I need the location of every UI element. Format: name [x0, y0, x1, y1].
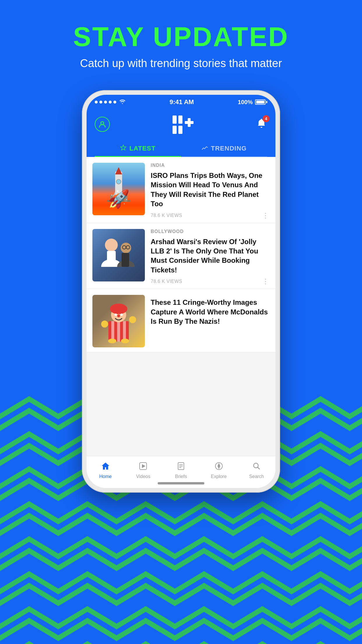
- article-icon: [177, 462, 185, 472]
- tab-row: LATEST TRENDING: [95, 140, 267, 157]
- more-menu-1[interactable]: ⋮: [262, 214, 270, 217]
- svg-marker-50: [218, 464, 220, 466]
- nav-label-search: Search: [249, 474, 264, 479]
- svg-rect-5: [173, 116, 177, 124]
- svg-point-16: [116, 179, 121, 184]
- nav-item-briefs[interactable]: Briefs: [162, 456, 200, 485]
- star-icon: [120, 144, 126, 152]
- tab-latest-label: LATEST: [129, 145, 156, 152]
- svg-point-52: [254, 463, 258, 468]
- svg-rect-7: [178, 116, 182, 124]
- app-header: 4 LATEST: [87, 109, 275, 157]
- svg-rect-6: [173, 126, 177, 134]
- svg-point-38: [108, 339, 116, 343]
- svg-rect-32: [123, 321, 126, 342]
- tab-trending-label: TRENDING: [211, 145, 247, 152]
- tab-latest[interactable]: LATEST: [95, 140, 181, 156]
- news-content-2: BOLLYWOOD Arshad Warsi's Review Of 'Joll…: [151, 229, 270, 284]
- tab-trending[interactable]: TRENDING: [181, 140, 267, 156]
- battery-tip: [266, 101, 267, 103]
- news-item-3[interactable]: These 11 Cringe-Worthy Images Capture A …: [87, 289, 275, 352]
- nav-item-videos[interactable]: Videos: [124, 456, 162, 485]
- phone-outer: 9:41 AM 100%: [82, 90, 280, 493]
- search-icon: [252, 462, 261, 472]
- svg-rect-20: [110, 195, 113, 202]
- trending-icon: [202, 145, 208, 152]
- svg-marker-15: [122, 192, 126, 198]
- more-menu-2[interactable]: ⋮: [262, 280, 270, 283]
- news-feed: INDIA ISRO Plans Trips Both Ways, One Mi…: [87, 157, 275, 486]
- news-thumb-1: [92, 163, 145, 215]
- svg-marker-13: [115, 167, 122, 174]
- news-title-1: ISRO Plans Trips Both Ways, One Mission …: [151, 171, 270, 209]
- news-title-3: These 11 Cringe-Worthy Images Capture A …: [151, 298, 270, 343]
- play-icon: [139, 462, 147, 472]
- svg-point-22: [105, 239, 118, 251]
- signal-dot-4: [109, 101, 112, 104]
- svg-rect-25: [122, 253, 129, 267]
- signal-area: [95, 99, 126, 106]
- news-footer-1: 78.6 K VIEWS ⋮: [151, 213, 270, 218]
- signal-dot-2: [99, 101, 102, 104]
- svg-rect-30: [111, 321, 114, 342]
- nav-item-search[interactable]: Search: [238, 456, 275, 485]
- main-title: STAY UPDATED: [0, 23, 362, 50]
- svg-marker-11: [121, 145, 126, 150]
- svg-marker-51: [218, 466, 220, 468]
- svg-marker-43: [142, 465, 145, 468]
- svg-rect-19: [107, 200, 130, 202]
- battery-body: [255, 99, 266, 105]
- nav-item-explore[interactable]: Explore: [200, 456, 238, 485]
- svg-point-41: [129, 316, 136, 323]
- wifi-icon: [119, 99, 126, 106]
- svg-point-17: [116, 193, 122, 205]
- nav-label-explore: Explore: [211, 474, 226, 479]
- top-section: STAY UPDATED Catch up with trending stor…: [0, 0, 362, 81]
- svg-rect-23: [107, 251, 116, 267]
- svg-rect-10: [188, 118, 191, 127]
- news-views-2: 78.6 K VIEWS: [151, 279, 182, 284]
- svg-point-4: [101, 122, 104, 125]
- phone-screen: 9:41 AM 100%: [87, 95, 275, 488]
- svg-point-37: [117, 314, 120, 317]
- news-title-2: Arshad Warsi's Review Of 'Jolly LLB 2' I…: [151, 237, 270, 275]
- battery-fill: [256, 101, 264, 104]
- app-logo: [170, 114, 196, 134]
- rocket-thumbnail: [92, 163, 145, 215]
- battery-icon: [255, 99, 267, 105]
- news-footer-2: 78.6 K VIEWS ⋮: [151, 279, 270, 284]
- news-views-1: 78.6 K VIEWS: [151, 213, 182, 218]
- news-thumb-2: [92, 229, 145, 281]
- svg-line-53: [258, 467, 260, 469]
- svg-rect-21: [124, 195, 127, 202]
- svg-point-34: [110, 304, 127, 314]
- svg-point-40: [101, 321, 108, 328]
- battery-percent: 100%: [238, 99, 253, 106]
- mcdonald-thumbnail: [92, 295, 145, 347]
- svg-point-35: [115, 314, 117, 316]
- svg-marker-14: [112, 192, 115, 198]
- svg-rect-31: [117, 321, 120, 342]
- signal-dot-1: [95, 101, 98, 104]
- notification-button[interactable]: 4: [256, 118, 267, 131]
- news-content-3: These 11 Cringe-Worthy Images Capture A …: [151, 295, 270, 347]
- nav-label-briefs: Briefs: [175, 474, 187, 479]
- news-item-2[interactable]: BOLLYWOOD Arshad Warsi's Review Of 'Joll…: [87, 223, 275, 289]
- news-thumb-3: [92, 295, 145, 347]
- header-row: 4: [95, 114, 267, 134]
- nav-label-home: Home: [99, 474, 112, 479]
- news-content-1: INDIA ISRO Plans Trips Both Ways, One Mi…: [151, 163, 270, 218]
- profile-button[interactable]: [95, 117, 110, 132]
- home-icon: [101, 462, 110, 472]
- svg-rect-8: [178, 126, 182, 134]
- nav-item-home[interactable]: Home: [87, 456, 124, 485]
- phone-home-bar: [158, 482, 204, 484]
- battery-area: 100%: [238, 99, 267, 106]
- compass-icon: [215, 462, 223, 472]
- subtitle: Catch up with trending stories that matt…: [0, 57, 362, 70]
- news-item-1[interactable]: INDIA ISRO Plans Trips Both Ways, One Mi…: [87, 157, 275, 223]
- phone-wrapper: 9:41 AM 100%: [0, 90, 362, 493]
- svg-point-18: [117, 197, 120, 205]
- status-bar: 9:41 AM 100%: [87, 95, 275, 109]
- news-category-2: BOLLYWOOD: [151, 229, 270, 234]
